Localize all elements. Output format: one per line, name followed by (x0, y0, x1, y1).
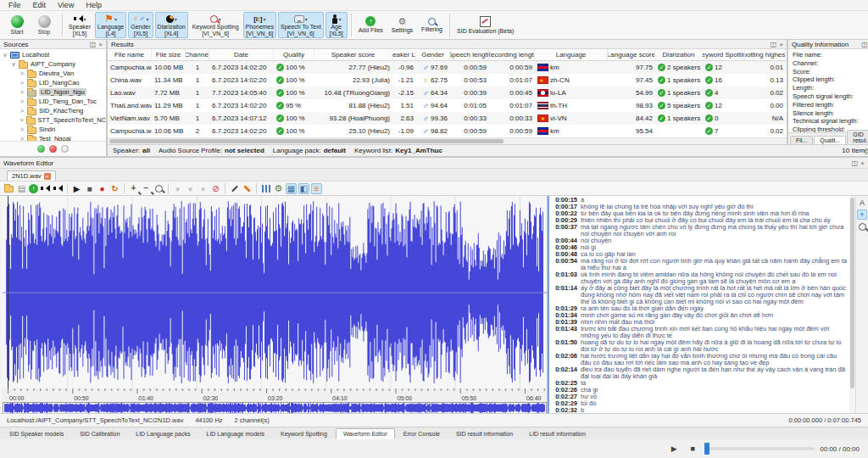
expander-closed-icon[interactable]: > (19, 70, 25, 76)
expander-open-icon[interactable]: ∨ (3, 52, 8, 59)
table-row[interactable]: ThaiLand.wav11.29 MB16.7.2023 14:02:20✓9… (108, 99, 787, 112)
menu-help[interactable]: Help (81, 1, 107, 9)
column-header[interactable]: Date (209, 49, 274, 60)
column-header[interactable]: Language (535, 49, 608, 60)
column-header[interactable]: Diarization (655, 49, 703, 60)
action-settings[interactable]: ⚙Settings (387, 12, 417, 38)
menu-file[interactable]: File (3, 1, 26, 9)
tab-sid-calibration[interactable]: SID Calibration (72, 428, 127, 439)
dock-icon[interactable]: ◫ (852, 159, 859, 167)
transcript-entry[interactable]: 0:02:27hư vô (552, 394, 848, 400)
transcript-scrollbar[interactable] (849, 196, 855, 413)
quality-tab[interactable]: Fil... (790, 136, 813, 144)
engine-age[interactable]: ▾Age[XL5] (326, 12, 348, 38)
table-row[interactable]: Lao.wav7.72 MB17.7.2023 14:05:40✓100 %10… (108, 87, 787, 99)
gear-icon[interactable]: ⚙ (273, 183, 284, 194)
menu-view[interactable]: View (53, 1, 79, 9)
tree-item-lid_tieng_dan_toc[interactable]: >LID_Tieng_Dan_Toc (0, 97, 106, 106)
speaker-add-icon[interactable] (40, 183, 51, 194)
transcript-entry[interactable]: 0:01:03ok tình mình đang bị viêm amidan … (552, 271, 848, 285)
speaker-icon[interactable] (53, 183, 64, 194)
engine-speaker[interactable]: ▾Speaker[XL5] (66, 12, 93, 38)
chevron-down-icon[interactable]: ▾ (84, 16, 86, 22)
chevron-down-icon[interactable]: ▾ (175, 16, 177, 22)
tab-lid-language-models[interactable]: LID Language models (199, 428, 273, 439)
seek-slider[interactable] (704, 447, 815, 450)
column-header[interactable]: Speech length (450, 49, 489, 60)
transcript-entry[interactable]: 0:02:14điều tra đào tuyển đã riết dâm ng… (552, 366, 848, 380)
tree-item-dieutra_van[interactable]: >Dieutra_Van (0, 69, 106, 78)
export-icon[interactable]: ▤ (16, 183, 27, 194)
tab-sid-speaker-models[interactable]: SID Speaker models (2, 428, 71, 439)
nav-stop-icon[interactable]: ● (185, 183, 196, 194)
quality-tab[interactable]: Qualit... (814, 136, 846, 144)
status-gray-icon[interactable] (61, 145, 69, 153)
tab-error-console[interactable]: Error Console (396, 428, 448, 439)
speaker-view-icon[interactable]: ◧ (298, 183, 309, 194)
grid-view-icon[interactable]: ▦ (286, 183, 297, 194)
action-filtering[interactable]: Filtering (417, 12, 447, 38)
close-icon[interactable]: × (779, 41, 783, 48)
waveform-canvas[interactable] (3, 196, 547, 388)
chevron-down-icon[interactable]: ▾ (146, 16, 148, 22)
transcript-entry[interactable]: 0:01:43trước khi bắt đầu chương trình xi… (552, 326, 848, 339)
column-header[interactable]: peaker LL (392, 49, 416, 60)
column-header[interactable]: Speaker score (314, 49, 392, 60)
tree-item-localhost[interactable]: ∨Localhost (0, 50, 106, 59)
engine-phonemes[interactable]: [i:]▾Phonemes[VI_VN_6] (243, 12, 276, 38)
chevron-down-icon[interactable]: ▾ (305, 16, 308, 22)
table-row[interactable]: Campuchia.wav10.06 MB26.7.2023 14:02:20✓… (108, 125, 787, 137)
status-red-icon[interactable] (49, 145, 57, 153)
transcript-entry[interactable]: 0:02:32b (552, 407, 848, 413)
zoom-out-icon[interactable]: − (141, 183, 152, 194)
dock-icon[interactable]: ◫ (771, 41, 777, 48)
table-row[interactable]: VietNam.wav5.70 MB16.7.2023 14:07:12✓100… (108, 112, 787, 125)
zoom-in-icon[interactable]: + (128, 183, 139, 194)
stop-icon[interactable]: ■ (84, 183, 95, 194)
column-header[interactable]: Keyword Spotting (703, 49, 745, 60)
play-icon[interactable]: ▶ (71, 183, 82, 194)
column-header[interactable]: Channel (186, 49, 209, 60)
table-row[interactable]: Campuchia.wav10.06 MB16.7.2023 14:02:20✓… (108, 61, 787, 74)
audio-file-tab[interactable]: 2N1D.wav × (7, 170, 56, 181)
tree-item-lid_nangcao[interactable]: >LID_NangCao (0, 78, 106, 87)
menu-edit[interactable]: Edit (28, 1, 52, 9)
timeline-ruler[interactable] (3, 388, 547, 402)
expander-closed-icon[interactable]: > (19, 126, 25, 132)
pan-icon[interactable]: + (857, 209, 867, 220)
column-header[interactable]: File name (108, 49, 152, 60)
zoom-fit-icon[interactable] (153, 183, 164, 194)
action-sid-evaluation-beta-[interactable]: SID Evaluation (Beta) (453, 12, 518, 38)
quality-tab[interactable]: GID resul... (847, 130, 868, 144)
tree-item-stt_speechtotext_nc[interactable]: >STT_SpeechToText_NC (0, 115, 106, 125)
results-hscrollbar[interactable] (108, 137, 787, 144)
tree-item-lid_ngon_ngu[interactable]: >LID_Ngon_Ngu (0, 87, 106, 97)
expander-closed-icon[interactable]: > (19, 98, 25, 104)
chevron-down-icon[interactable]: ▾ (114, 16, 117, 22)
nav-prev-icon[interactable]: ● (172, 183, 183, 194)
close-icon[interactable]: × (98, 41, 103, 48)
column-header[interactable]: Quality (274, 49, 314, 60)
column-header[interactable]: Recording length (489, 49, 535, 60)
column-header[interactable]: File size (152, 49, 186, 60)
tab-waveform-editor[interactable]: Waveform Editor (336, 428, 395, 439)
transcript-entry[interactable]: 0:00:37mà tạt ngang ngược làm chèn chú v… (552, 224, 848, 237)
column-header[interactable]: Gender (416, 49, 450, 60)
tree-item-test_ngoai[interactable]: >Test_Ngoai (0, 134, 106, 141)
play-icon[interactable]: ▶ (667, 443, 681, 455)
slider-thumb[interactable] (704, 443, 709, 455)
record-icon[interactable]: ● (97, 183, 108, 194)
transcript-entry[interactable]: 0:02:06hài hước trương liệt dẫn tay hại … (552, 353, 848, 366)
expander-closed-icon[interactable]: > (19, 117, 24, 123)
start-button[interactable]: Start (5, 15, 29, 35)
transcript-entry[interactable]: 0:01:14ấy ở đây ai cũng biết đây là một … (552, 285, 848, 305)
tree-item-aipt_company[interactable]: ∨AIPT_Company (0, 59, 106, 69)
transcript-entry[interactable]: 0:00:44nói chuyện (552, 237, 848, 244)
table-row[interactable]: China.wav11.34 MB16.7.2023 14:02:20✓100 … (108, 74, 787, 87)
tree-item-sid_khactieng[interactable]: >SID_KhacTieng (0, 106, 106, 115)
tab-close-icon[interactable]: × (44, 173, 51, 180)
tab-lid-result-information[interactable]: LID result information (521, 428, 593, 439)
tab-sid-result-information[interactable]: SID result information (448, 428, 520, 439)
column-header[interactable]: Language score (608, 49, 655, 60)
tab-keyword-spotting[interactable]: Keyword Spotting (273, 428, 335, 439)
